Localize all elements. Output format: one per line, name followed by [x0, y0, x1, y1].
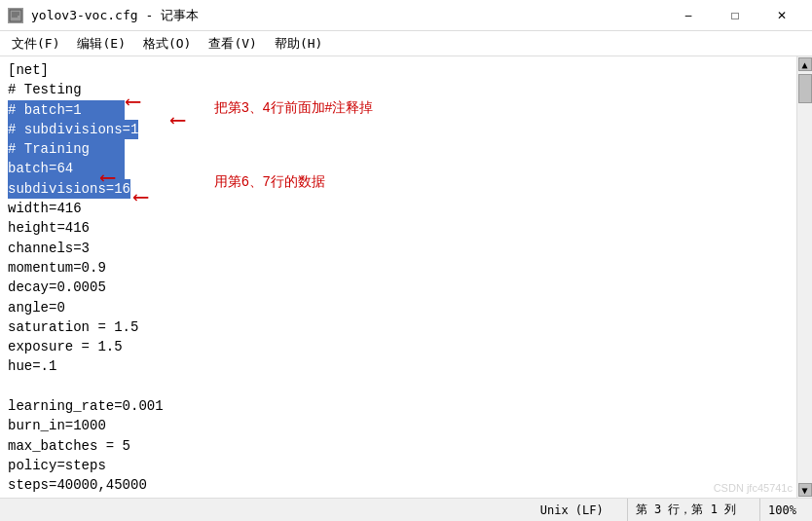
minimize-button[interactable]: –	[666, 0, 711, 31]
menu-format[interactable]: 格式(O)	[135, 33, 199, 55]
line-angle: angle=0	[8, 298, 789, 317]
status-zoom: 100%	[759, 499, 804, 521]
app-icon	[8, 8, 23, 23]
line-net: [net]	[8, 60, 789, 80]
svg-rect-0	[10, 10, 21, 21]
line-sub1: # subdivisions=1	[8, 120, 789, 139]
highlight-training: # Training	[8, 139, 125, 159]
menu-view[interactable]: 查看(V)	[201, 33, 264, 55]
line-testing: # Testing	[8, 80, 789, 99]
line-channels: channels=3	[8, 239, 789, 258]
zoom-label: 100%	[768, 503, 796, 517]
main-container: [net] # Testing # batch=1 # subdivisions…	[0, 56, 812, 498]
encoding-label: Unix (LF)	[540, 503, 604, 517]
menu-edit[interactable]: 编辑(E)	[69, 33, 132, 55]
line-training: # Training	[8, 139, 789, 159]
line-policy: policy=steps	[8, 456, 789, 475]
scroll-up-button[interactable]: ▲	[798, 57, 812, 71]
line-empty	[8, 377, 789, 396]
highlight-batch1: # batch=1	[8, 100, 125, 120]
maximize-button[interactable]: □	[713, 0, 757, 31]
line-momentum: momentum=0.9	[8, 258, 789, 278]
line-hue: hue=.1	[8, 356, 789, 376]
title-bar: yolov3-voc.cfg - 记事本 – □ ✕	[0, 0, 812, 31]
line-steps: steps=40000,45000	[8, 475, 789, 495]
scrollbar-track	[797, 105, 812, 482]
highlight-batch64: batch=64	[8, 159, 125, 178]
line-width: width=416	[8, 199, 789, 218]
close-button[interactable]: ✕	[759, 0, 804, 31]
highlight-sub16: subdivisions=16	[8, 179, 130, 199]
scroll-down-button[interactable]: ▼	[798, 483, 812, 497]
line-lr: learning_rate=0.001	[8, 396, 789, 416]
line-saturation: saturation = 1.5	[8, 317, 789, 337]
line-height: height=416	[8, 218, 789, 238]
window-title: yolov3-voc.cfg - 记事本	[31, 7, 199, 24]
window-controls: – □ ✕	[666, 0, 804, 31]
line-decay: decay=0.0005	[8, 278, 789, 297]
status-position: 第 3 行，第 1 列	[627, 499, 744, 521]
position-label: 第 3 行，第 1 列	[636, 502, 736, 518]
line-sub16: subdivisions=16	[8, 179, 789, 199]
editor-area[interactable]: [net] # Testing # batch=1 # subdivisions…	[0, 56, 796, 498]
title-bar-left: yolov3-voc.cfg - 记事本	[8, 7, 199, 24]
scrollbar[interactable]: ▲ ▼	[796, 56, 812, 498]
line-batch1: # batch=1	[8, 100, 789, 120]
scrollbar-thumb[interactable]	[798, 74, 812, 103]
menu-bar: 文件(F) 编辑(E) 格式(O) 查看(V) 帮助(H)	[0, 31, 812, 56]
line-exposure: exposure = 1.5	[8, 337, 789, 356]
line-batch64: batch=64	[8, 159, 789, 178]
menu-help[interactable]: 帮助(H)	[267, 33, 330, 55]
line-maxbatch: max_batches = 5	[8, 436, 789, 456]
line-burnin: burn_in=1000	[8, 416, 789, 435]
menu-file[interactable]: 文件(F)	[4, 33, 67, 55]
status-encoding: Unix (LF)	[533, 499, 611, 521]
status-bar: Unix (LF) 第 3 行，第 1 列 100%	[0, 498, 812, 521]
highlight-sub1: # subdivisions=1	[8, 120, 138, 139]
